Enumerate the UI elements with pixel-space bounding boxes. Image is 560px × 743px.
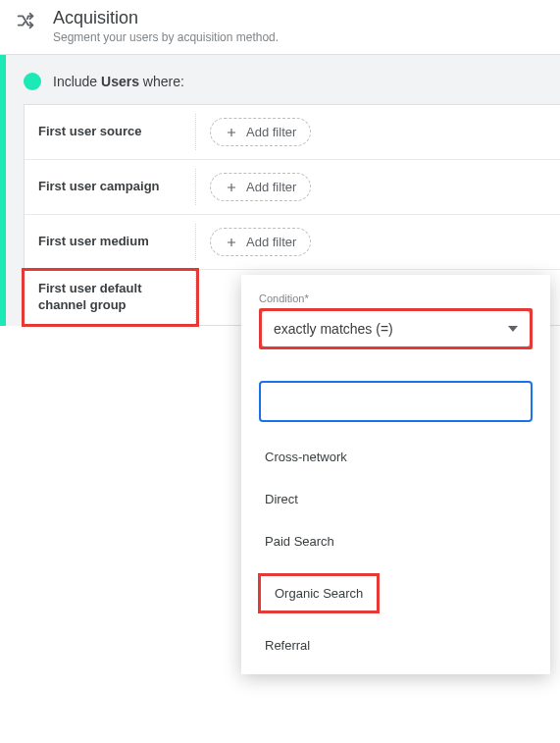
page-subtitle: Segment your users by acquisition method… [53,30,279,44]
plus-icon [225,181,238,194]
option-item-highlighted[interactable]: Organic Search [259,562,533,624]
condition-select[interactable]: exactly matches (=) [261,310,531,347]
include-prefix: Include [53,74,97,89]
option-item[interactable]: Referral [259,624,533,666]
add-filter-label: Add filter [246,235,296,249]
filter-label: First user source [25,114,196,150]
segment-panel: Include Users where: First user source A… [0,55,560,326]
filter-label: First user campaign [25,169,196,205]
search-field[interactable] [259,381,533,422]
page-title: Acquisition [53,8,279,28]
filter-row: First user medium Add filter [25,215,560,270]
include-entity[interactable]: Users [101,74,139,89]
plus-icon [225,236,238,249]
add-filter-button[interactable]: Add filter [210,118,311,146]
status-dot-icon [24,73,41,90]
option-item[interactable]: Direct [259,478,533,520]
shuffle-icon [12,8,39,31]
condition-label: Condition* [259,292,533,304]
include-suffix: where: [143,74,184,89]
condition-value: exactly matches (=) [274,321,393,337]
chevron-down-icon [508,326,518,332]
add-filter-label: Add filter [246,125,296,139]
filter-label: First user medium [25,224,196,260]
add-filter-label: Add filter [246,180,296,194]
condition-select-highlight: exactly matches (=) [259,308,533,349]
option-label: Organic Search [261,576,377,610]
plus-icon [225,126,238,139]
filter-row: First user source Add filter [25,105,560,160]
header: Acquisition Segment your users by acquis… [0,0,560,55]
search-input[interactable] [271,393,521,410]
add-filter-button[interactable]: Add filter [210,228,311,256]
option-item[interactable]: Cross-network [259,436,533,478]
filter-label: First user default channel group [25,271,196,324]
filter-row: First user campaign Add filter [25,160,560,215]
filter-popover: Condition* exactly matches (=) Cross-net… [241,275,550,674]
add-filter-button[interactable]: Add filter [210,173,311,201]
include-row: Include Users where: [6,73,560,104]
option-item[interactable]: Paid Search [259,520,533,562]
option-list: Cross-network Direct Paid Search Organic… [259,436,533,666]
